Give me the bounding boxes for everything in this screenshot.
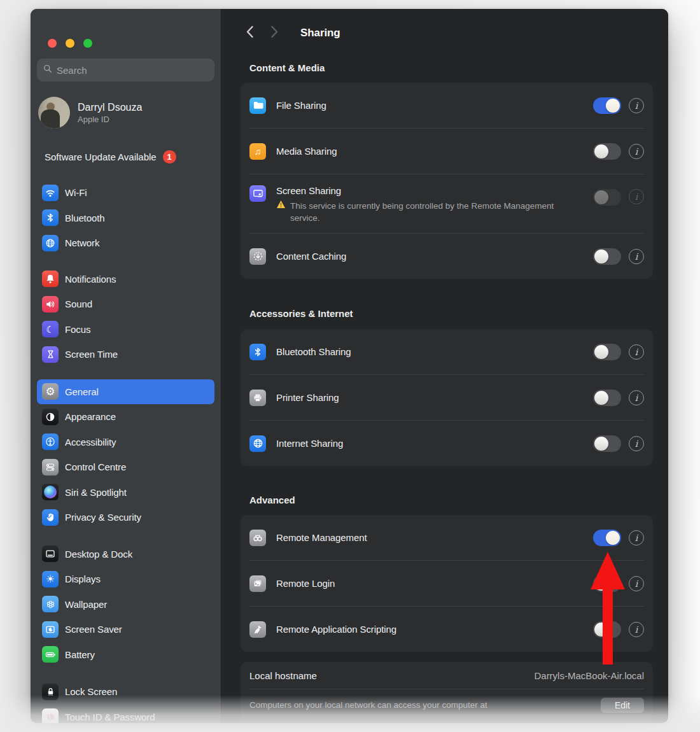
- remote-application-scripting-toggle[interactable]: [593, 621, 621, 638]
- sidebar-item-general[interactable]: ⚙ General: [37, 379, 214, 405]
- file-sharing-toggle[interactable]: [593, 97, 621, 114]
- row-printer-sharing: Printer Sharing i: [249, 374, 644, 420]
- profile-subtitle: Apple ID: [78, 114, 142, 125]
- sidebar-group-network: Wi-Fi Bluetooth Network: [37, 180, 214, 256]
- info-icon[interactable]: i: [629, 249, 644, 264]
- row-label: Screen Sharing: [276, 184, 556, 198]
- binoculars-icon: [249, 530, 266, 546]
- minimize-window-button[interactable]: [66, 39, 74, 48]
- sidebar-item-label: Privacy & Security: [65, 512, 141, 523]
- sidebar-item-displays[interactable]: ☀ Displays: [37, 567, 214, 592]
- sidebar-item-label: General: [65, 386, 99, 397]
- sidebar-item-accessibility[interactable]: Accessibility: [37, 430, 214, 455]
- row-remote-application-scripting: Remote Application Scripting i: [249, 606, 644, 652]
- zoom-window-button[interactable]: [83, 39, 92, 48]
- row-remote-management: Remote Management i: [249, 515, 644, 560]
- row-remote-login: Remote Login i: [249, 560, 644, 606]
- page-title: Sharing: [300, 27, 340, 39]
- search-icon: [43, 64, 52, 76]
- sidebar-item-label: Wi-Fi: [65, 187, 87, 198]
- info-icon[interactable]: i: [629, 622, 644, 637]
- row-label: Remote Application Scripting: [276, 624, 396, 635]
- sidebar-item-battery[interactable]: Battery: [37, 642, 214, 668]
- info-icon[interactable]: i: [629, 390, 644, 405]
- sidebar-item-notifications[interactable]: Notifications: [37, 267, 214, 292]
- section-title-advanced: Advanced: [249, 495, 653, 506]
- sidebar-item-wallpaper[interactable]: Wallpaper: [37, 592, 214, 617]
- bluetooth-sharing-icon: [249, 344, 266, 360]
- sidebar-item-label: Notifications: [65, 274, 116, 285]
- sidebar-item-label: Wallpaper: [65, 599, 107, 610]
- card-advanced: Remote Management i Remote Login i Remot…: [241, 515, 653, 652]
- file-sharing-icon: [249, 97, 266, 114]
- forward-button[interactable]: [270, 25, 279, 41]
- info-icon: i: [629, 189, 644, 204]
- edit-button[interactable]: Edit: [601, 698, 644, 713]
- update-count-badge: 1: [163, 150, 176, 164]
- sidebar-item-network[interactable]: Network: [37, 230, 214, 256]
- sidebar-item-desktop-dock[interactable]: Desktop & Dock: [37, 542, 214, 567]
- row-label: Printer Sharing: [276, 392, 339, 403]
- info-icon[interactable]: i: [629, 530, 644, 545]
- row-local-hostname: Local hostname Darryls-MacBook-Air.local: [249, 662, 644, 689]
- sidebar-item-lock-screen[interactable]: Lock Screen: [37, 679, 214, 705]
- warning-text: This service is currently being controll…: [290, 200, 556, 224]
- row-hostname-description: Computers on your local network can acce…: [249, 689, 644, 723]
- row-label: Content Caching: [276, 251, 346, 262]
- content-caching-toggle[interactable]: [593, 248, 621, 265]
- sidebar-item-label: Displays: [65, 574, 101, 584]
- bluetooth-sharing-toggle[interactable]: [593, 344, 621, 360]
- back-button[interactable]: [246, 25, 254, 41]
- info-icon[interactable]: i: [629, 576, 644, 591]
- row-label: Remote Login: [276, 578, 335, 589]
- hourglass-icon: [42, 346, 59, 363]
- printer-sharing-toggle[interactable]: [593, 390, 621, 406]
- remote-login-toggle[interactable]: [593, 575, 621, 592]
- info-icon[interactable]: i: [629, 98, 644, 113]
- sidebar-item-focus[interactable]: ☾ Focus: [37, 317, 214, 342]
- sidebar-item-label: Appearance: [65, 411, 116, 422]
- control-centre-icon: [42, 459, 59, 475]
- search-input[interactable]: Search: [37, 59, 214, 81]
- sidebar-item-screen-saver[interactable]: Screen Saver: [37, 617, 214, 642]
- sidebar-item-sound[interactable]: Sound: [37, 292, 214, 317]
- remote-management-toggle[interactable]: [593, 530, 621, 546]
- close-window-button[interactable]: [48, 39, 57, 48]
- info-icon[interactable]: i: [629, 436, 644, 451]
- section-title-content-media: Content & Media: [249, 62, 653, 74]
- hostname-value: Darryls-MacBook-Air.local: [534, 670, 644, 681]
- row-label: Bluetooth Sharing: [276, 346, 351, 357]
- script-icon: [249, 621, 266, 638]
- sidebar-item-label: Siri & Spotlight: [65, 487, 127, 498]
- flower-icon: [42, 596, 59, 612]
- row-screen-sharing: Screen Sharing This service is currently…: [249, 174, 644, 233]
- screen-sharing-warning: This service is currently being controll…: [276, 200, 556, 224]
- content-caching-icon: [249, 248, 266, 265]
- screen-sharing-icon: [249, 185, 266, 202]
- internet-sharing-toggle[interactable]: [593, 435, 621, 452]
- media-sharing-icon: ♫: [249, 143, 266, 160]
- sidebar-item-label: Focus: [65, 324, 90, 335]
- sidebar-item-bluetooth[interactable]: Bluetooth: [37, 206, 214, 231]
- software-update-item[interactable]: Software Update Available 1: [37, 149, 214, 164]
- info-icon[interactable]: i: [629, 144, 644, 159]
- sidebar-item-privacy-security[interactable]: Privacy & Security: [37, 505, 214, 530]
- sidebar-item-appearance[interactable]: Appearance: [37, 404, 214, 430]
- sidebar-item-wifi[interactable]: Wi-Fi: [37, 180, 214, 206]
- sidebar-item-control-centre[interactable]: Control Centre: [37, 454, 214, 480]
- content-pane: Sharing Content & Media File Sharing i ♫…: [221, 9, 668, 723]
- apple-id-profile[interactable]: Darryl Dsouza Apple ID: [37, 97, 214, 129]
- moon-icon: ☾: [42, 321, 59, 337]
- media-sharing-toggle[interactable]: [593, 143, 621, 160]
- sidebar-item-touch-id[interactable]: Touch ID & Password: [37, 705, 214, 724]
- sidebar-item-screen-time[interactable]: Screen Time: [37, 342, 214, 367]
- info-icon[interactable]: i: [629, 344, 644, 360]
- traffic-lights: [48, 39, 92, 48]
- sidebar-item-label: Screen Time: [65, 349, 118, 360]
- sidebar-item-label: Sound: [65, 299, 92, 309]
- hand-icon: [42, 509, 59, 526]
- sidebar-group-appearance: Desktop & Dock ☀ Displays Wallpaper Scre…: [37, 542, 214, 668]
- warning-icon: [276, 200, 286, 224]
- sidebar-item-siri-spotlight[interactable]: Siri & Spotlight: [37, 480, 214, 505]
- bluetooth-icon: [42, 209, 59, 226]
